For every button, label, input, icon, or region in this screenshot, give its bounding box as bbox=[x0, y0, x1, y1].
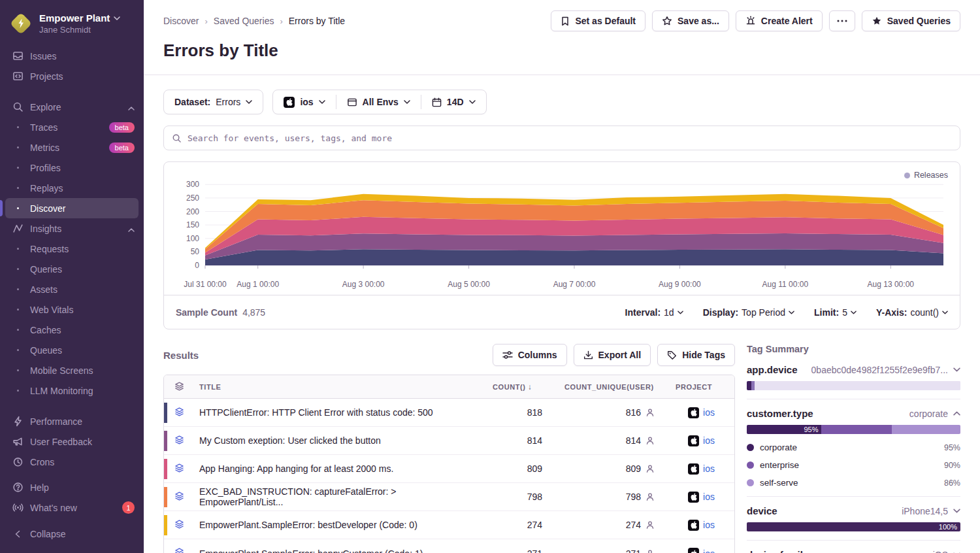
sidebar-item-queues[interactable]: Queues bbox=[0, 340, 144, 360]
tag-header[interactable]: device.family iOS bbox=[747, 549, 960, 553]
error-title[interactable]: App Hanging: App hanging for at least 20… bbox=[193, 455, 486, 483]
sidebar-item-profiles[interactable]: Profiles bbox=[0, 158, 144, 178]
more-options-button[interactable] bbox=[829, 10, 855, 31]
chevron-down-icon bbox=[789, 310, 794, 314]
tag-legend-item[interactable]: self-serve 86% bbox=[747, 478, 960, 488]
sidebar-item-queries[interactable]: Queries bbox=[0, 259, 144, 279]
create-alert-button[interactable]: Create Alert bbox=[736, 10, 823, 31]
apple-platform-icon bbox=[688, 492, 699, 503]
search-input[interactable] bbox=[188, 133, 952, 143]
project-link[interactable]: ios bbox=[703, 463, 715, 474]
tag-header[interactable]: customer.type corporate bbox=[747, 408, 960, 419]
page-content: Dataset: Errors ios bbox=[144, 75, 980, 553]
environment-filter[interactable]: All Envs bbox=[336, 90, 421, 114]
tag-header[interactable]: app.device 0baebc0de4982f1255f2e9e9fb7..… bbox=[747, 364, 960, 375]
tag-distribution-bar[interactable]: 95% bbox=[747, 425, 960, 434]
search-icon bbox=[12, 101, 24, 112]
project-link[interactable]: ios bbox=[703, 435, 715, 446]
error-title[interactable]: HTTPClientError: HTTP Client Error with … bbox=[193, 399, 486, 427]
stack-icon[interactable] bbox=[174, 547, 184, 553]
table-row[interactable]: App Hanging: App hanging for at least 20… bbox=[164, 455, 734, 483]
column-project[interactable]: PROJECT bbox=[669, 375, 734, 399]
user-icon bbox=[645, 492, 655, 501]
limit-dropdown[interactable]: Limit: 5 bbox=[814, 307, 857, 318]
sidebar-item-replays[interactable]: Replays bbox=[0, 178, 144, 198]
sidebar-item-mobile-screens[interactable]: Mobile Screens bbox=[0, 360, 144, 380]
tag-header[interactable]: device iPhone14,5 bbox=[747, 505, 960, 516]
project-link[interactable]: ios bbox=[703, 407, 715, 418]
table-row[interactable]: EmpowerPlant.SampleError: happyCustomer … bbox=[164, 539, 734, 553]
breadcrumb-current: Errors by Title bbox=[289, 16, 345, 26]
breadcrumb-saved-queries[interactable]: Saved Queries bbox=[214, 16, 274, 26]
breadcrumb-discover[interactable]: Discover bbox=[163, 16, 199, 26]
interval-dropdown[interactable]: Interval: 1d bbox=[625, 307, 683, 318]
sidebar-item-projects[interactable]: Projects bbox=[0, 66, 144, 86]
date-range-filter[interactable]: 14D bbox=[421, 90, 486, 114]
inbox-icon bbox=[12, 50, 24, 61]
table-row[interactable]: EXC_BAD_INSTRUCTION: captureFatalError: … bbox=[164, 483, 734, 511]
project-link[interactable]: ios bbox=[703, 492, 715, 502]
error-title[interactable]: EXC_BAD_INSTRUCTION: captureFatalError: … bbox=[193, 483, 486, 511]
sidebar-item-insights[interactable]: Insights bbox=[0, 218, 144, 239]
sidebar-item-discover[interactable]: Discover bbox=[5, 198, 139, 218]
siren-icon bbox=[745, 16, 756, 26]
table-row[interactable]: HTTPClientError: HTTP Client Error with … bbox=[164, 399, 734, 427]
results-section: Results Columns Export All bbox=[163, 344, 735, 553]
tag-legend-item[interactable]: corporate 95% bbox=[747, 443, 960, 452]
table-row[interactable]: My Custom exeption: User clicked the but… bbox=[164, 427, 734, 455]
sidebar-item-llm-monitoring[interactable]: LLM Monitoring bbox=[0, 380, 144, 401]
hide-tags-button[interactable]: Hide Tags bbox=[657, 344, 735, 366]
sidebar-item-user-feedback[interactable]: User Feedback bbox=[0, 431, 144, 452]
error-title[interactable]: My Custom exeption: User clicked the but… bbox=[193, 427, 486, 455]
count-unique-value: 798 bbox=[626, 492, 641, 502]
chart-panel: Releases 050100150200250300Jul 31 00:00A… bbox=[163, 161, 960, 329]
stack-icon[interactable] bbox=[174, 491, 184, 501]
tag-section-device-family: device.family iOS 100% bbox=[747, 549, 960, 553]
chevron-down-icon bbox=[319, 100, 325, 104]
chevron-down-icon bbox=[246, 100, 252, 104]
column-count[interactable]: COUNT()↓ bbox=[486, 375, 558, 399]
set-as-default-button[interactable]: Set as Default bbox=[551, 10, 645, 31]
stack-icon[interactable] bbox=[174, 519, 184, 529]
project-filter[interactable]: ios bbox=[273, 90, 335, 114]
org-name[interactable]: Empower Plant bbox=[39, 12, 120, 24]
column-count-unique[interactable]: COUNT_UNIQUE(USER) bbox=[558, 375, 669, 399]
sidebar-item-performance[interactable]: Performance bbox=[0, 411, 144, 431]
sidebar-item-traces[interactable]: Traces beta bbox=[0, 117, 144, 137]
sidebar-item-crons[interactable]: Crons bbox=[0, 452, 144, 472]
sidebar-item-assets[interactable]: Assets bbox=[0, 279, 144, 299]
sidebar-item-whats-new[interactable]: What's new 1 bbox=[0, 497, 144, 518]
sidebar-item-issues[interactable]: Issues bbox=[0, 46, 144, 66]
stacked-area-chart[interactable]: 050100150200250300Jul 31 00:00Aug 1 00:0… bbox=[174, 169, 950, 293]
sidebar-item-help[interactable]: Help bbox=[0, 477, 144, 497]
tag-distribution-bar[interactable]: 100% bbox=[747, 522, 960, 531]
sidebar-collapse-button[interactable]: Collapse bbox=[0, 524, 144, 544]
saved-queries-button[interactable]: Saved Queries bbox=[862, 10, 960, 31]
columns-button[interactable]: Columns bbox=[493, 344, 567, 366]
releases-legend[interactable]: Releases bbox=[904, 171, 948, 180]
stack-icon[interactable] bbox=[174, 407, 184, 417]
sidebar-item-requests[interactable]: Requests bbox=[0, 239, 144, 259]
stack-icon[interactable] bbox=[174, 463, 184, 473]
display-dropdown[interactable]: Display: Top Period bbox=[703, 307, 794, 318]
stack-icon[interactable] bbox=[174, 435, 184, 445]
chevron-down-icon bbox=[942, 310, 948, 314]
table-row[interactable]: EmpowerPlant.SampleError: bestDeveloper … bbox=[164, 511, 734, 539]
tag-legend-item[interactable]: enterprise 90% bbox=[747, 460, 960, 470]
error-title[interactable]: EmpowerPlant.SampleError: happyCustomer … bbox=[193, 539, 486, 553]
column-title[interactable]: TITLE bbox=[193, 375, 486, 399]
sidebar-item-caches[interactable]: Caches bbox=[0, 320, 144, 340]
yaxis-dropdown[interactable]: Y-Axis: count() bbox=[876, 307, 948, 318]
series-color-bar bbox=[164, 487, 167, 507]
project-link[interactable]: ios bbox=[703, 548, 715, 553]
tag-distribution-bar[interactable] bbox=[747, 381, 960, 390]
sidebar-item-web-vitals[interactable]: Web Vitals bbox=[0, 299, 144, 320]
sidebar-item-metrics[interactable]: Metrics beta bbox=[0, 137, 144, 158]
export-all-button[interactable]: Export All bbox=[574, 344, 651, 366]
sidebar-item-explore[interactable]: Explore bbox=[0, 97, 144, 117]
dataset-selector[interactable]: Dataset: Errors bbox=[163, 90, 263, 114]
save-as-button[interactable]: Save as... bbox=[652, 10, 729, 31]
error-title[interactable]: EmpowerPlant.SampleError: bestDeveloper … bbox=[193, 511, 486, 539]
project-link[interactable]: ios bbox=[703, 520, 715, 530]
org-switcher[interactable]: Empower Plant Jane Schmidt bbox=[0, 9, 144, 46]
